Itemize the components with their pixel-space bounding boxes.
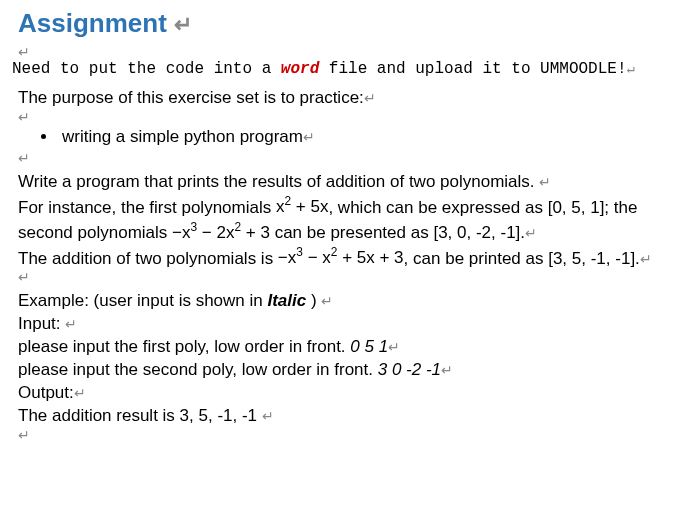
purpose-line: The purpose of this exercise set is to p…: [12, 87, 688, 110]
pilcrow-icon: ↵: [303, 129, 315, 145]
pilcrow-icon: ↵: [525, 225, 537, 241]
purpose-list: writing a simple python program↵: [58, 126, 688, 149]
pilcrow-icon: ↵: [12, 110, 688, 124]
desc-line3a: The addition of two polynomials is: [18, 248, 278, 267]
pilcrow-icon: ↵: [364, 90, 376, 106]
pilcrow-icon: ↵: [12, 151, 688, 165]
pilcrow-icon: ↵: [12, 45, 688, 59]
pilcrow-icon: ↵: [12, 428, 688, 442]
pilcrow-icon: ↵: [627, 62, 635, 77]
output-label: Output:: [18, 383, 74, 402]
pilcrow-icon: ↵: [74, 385, 86, 401]
pilcrow-icon: ↵: [321, 293, 333, 309]
example-heading-post: ): [306, 291, 321, 310]
pilcrow-icon: ↵: [640, 250, 652, 266]
upload-instruction: Need to put the code into a word file an…: [12, 59, 688, 81]
example-line1-user: 0 5 1: [350, 337, 388, 356]
poly1: x2 + 5x: [276, 197, 328, 216]
example-result: The addition result is 3, 5, -1, -1: [18, 406, 262, 425]
title-text: Assignment: [18, 8, 174, 38]
purpose-text: The purpose of this exercise set is to p…: [18, 88, 364, 107]
problem-description: Write a program that prints the results …: [12, 171, 688, 271]
instruction-pre: Need to put the code into a: [12, 60, 281, 78]
word-emphasis: word: [281, 60, 319, 78]
example-line2-user: 3 0 -2 -1: [378, 360, 441, 379]
polysum: −x3 − x2 + 5x + 3: [278, 248, 404, 267]
input-label: Input:: [18, 314, 65, 333]
example-italic-word: Italic: [267, 291, 306, 310]
poly2: −x3 − 2x2 + 3: [172, 223, 270, 242]
pilcrow-icon: ↵: [65, 316, 77, 332]
bullet-text: writing a simple python program: [62, 127, 303, 146]
pilcrow-icon: ↵: [388, 339, 400, 355]
instruction-post: file and upload it to UMMOODLE!: [319, 60, 626, 78]
example-line2-pre: please input the second poly, low order …: [18, 360, 378, 379]
example-line1-pre: please input the first poly, low order i…: [18, 337, 350, 356]
pilcrow-icon: ↵: [539, 174, 551, 190]
pilcrow-icon: ↵: [441, 362, 453, 378]
pilcrow-icon: ↵: [262, 408, 274, 424]
desc-line1: Write a program that prints the results …: [18, 172, 539, 191]
example-heading-pre: Example: (user input is shown in: [18, 291, 267, 310]
assignment-title: Assignment ↵: [12, 6, 688, 41]
example-block: Example: (user input is shown in Italic …: [12, 290, 688, 428]
desc-line2c: can be presented as [3, 0, -2, -1].: [270, 223, 525, 242]
pilcrow-icon: ↵: [174, 12, 192, 37]
desc-line2a: For instance, the first polynomials: [18, 197, 276, 216]
list-item: writing a simple python program↵: [58, 126, 688, 149]
desc-line3b: , can be printed as [3, 5, -1, -1].: [404, 248, 640, 267]
pilcrow-icon: ↵: [12, 270, 688, 284]
document-page: Assignment ↵ ↵ Need to put the code into…: [0, 0, 700, 448]
